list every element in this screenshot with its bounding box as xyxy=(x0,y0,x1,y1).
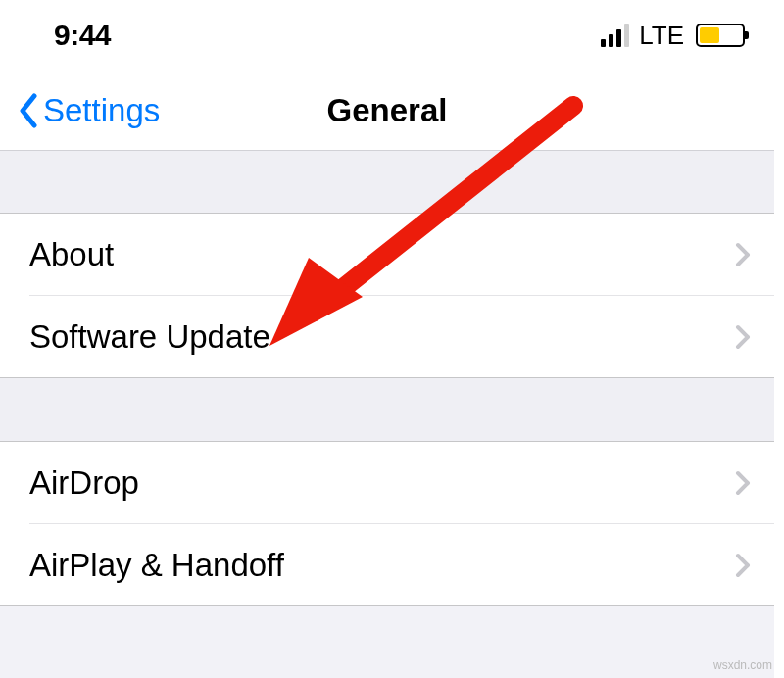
chevron-right-icon xyxy=(735,553,751,578)
chevron-right-icon xyxy=(735,470,751,496)
watermark: wsxdn.com xyxy=(713,658,772,672)
back-button[interactable]: Settings xyxy=(0,92,160,129)
row-label: About xyxy=(29,236,114,273)
section-gap xyxy=(0,151,774,213)
back-label: Settings xyxy=(43,92,160,129)
settings-group: AirDrop AirPlay & Handoff xyxy=(0,441,774,606)
settings-group: About Software Update xyxy=(0,213,774,378)
status-time: 9:44 xyxy=(54,19,111,52)
chevron-right-icon xyxy=(735,324,751,350)
section-gap xyxy=(0,378,774,441)
status-right: LTE xyxy=(601,21,745,51)
chevron-left-icon xyxy=(18,93,39,128)
battery-icon xyxy=(696,24,745,47)
row-label: AirDrop xyxy=(29,464,139,502)
nav-bar: Settings General xyxy=(0,71,774,151)
cellular-signal-icon xyxy=(601,24,629,47)
row-label: Software Update xyxy=(29,318,270,356)
status-bar: 9:44 LTE xyxy=(0,0,774,71)
chevron-right-icon xyxy=(735,242,751,267)
page-title: General xyxy=(327,92,448,129)
row-airdrop[interactable]: AirDrop xyxy=(0,441,774,523)
row-label: AirPlay & Handoff xyxy=(29,547,284,584)
row-about[interactable]: About xyxy=(0,213,774,295)
network-label: LTE xyxy=(639,21,684,51)
row-airplay-handoff[interactable]: AirPlay & Handoff xyxy=(0,524,774,606)
row-software-update[interactable]: Software Update xyxy=(0,296,774,378)
